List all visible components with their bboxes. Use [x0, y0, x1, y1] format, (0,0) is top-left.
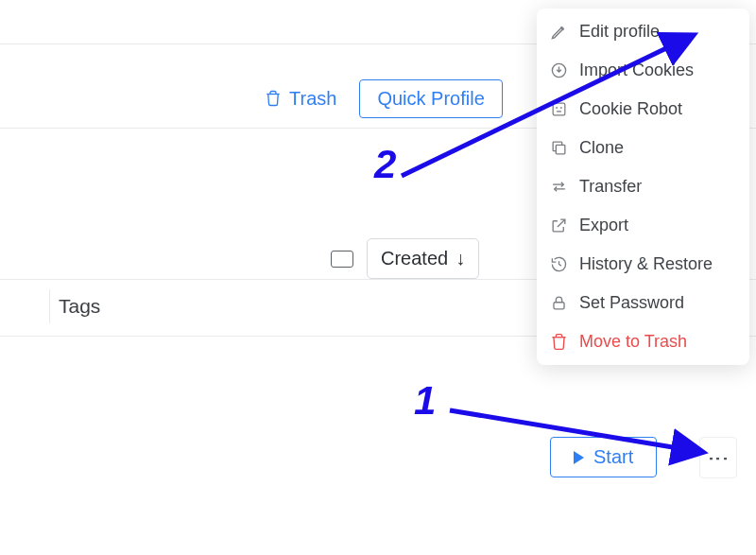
annotation-number-2: 2 [374, 142, 396, 187]
annotation-number-1: 1 [414, 378, 436, 424]
menu-cookie-robot[interactable]: Cookie Robot [537, 90, 749, 129]
svg-point-2 [556, 107, 558, 109]
more-options-button[interactable]: ⋮ [699, 437, 737, 478]
sort-created-button[interactable]: Created ↓ [367, 238, 479, 279]
menu-item-label: History & Restore [579, 254, 713, 274]
menu-history-restore[interactable]: History & Restore [537, 245, 749, 284]
menu-item-label: Transfer [579, 177, 642, 197]
menu-clone[interactable]: Clone [537, 129, 749, 167]
menu-item-label: Clone [579, 138, 624, 158]
menu-item-label: Set Password [579, 293, 684, 313]
menu-item-label: Import Cookies [579, 61, 694, 80]
keyboard-icon[interactable] [331, 251, 353, 268]
export-icon [550, 217, 568, 234]
menu-move-to-trash[interactable]: Move to Trash [537, 322, 749, 361]
trash-icon [265, 90, 282, 107]
history-icon [550, 255, 568, 273]
svg-rect-5 [554, 303, 564, 309]
sort-desc-icon: ↓ [455, 248, 465, 269]
menu-import-cookies[interactable]: Import Cookies [537, 51, 749, 90]
clone-icon [550, 139, 568, 157]
play-icon [574, 451, 584, 464]
svg-point-3 [560, 107, 562, 109]
quick-profile-button[interactable]: Quick Profile [359, 79, 502, 118]
menu-item-label: Edit profile [579, 22, 660, 42]
robot-icon [550, 100, 568, 118]
edit-icon [550, 23, 568, 41]
menu-item-label: Cookie Robot [579, 99, 682, 119]
menu-edit-profile[interactable]: Edit profile [537, 12, 749, 51]
start-button[interactable]: Start [550, 437, 657, 477]
more-vertical-icon: ⋮ [708, 448, 729, 467]
lock-icon [550, 294, 568, 312]
svg-rect-4 [556, 145, 565, 154]
sort-created-label: Created [381, 248, 448, 269]
svg-rect-1 [553, 103, 565, 115]
tags-column-header: Tags [59, 295, 100, 318]
trash-label: Trash [289, 88, 336, 110]
context-menu: Edit profile Import Cookies Cookie Robot… [537, 9, 749, 365]
transfer-icon [550, 178, 568, 196]
trash-button[interactable]: Trash [265, 88, 336, 110]
menu-set-password[interactable]: Set Password [537, 284, 749, 322]
trash-icon [550, 333, 568, 351]
menu-item-label: Move to Trash [579, 332, 687, 352]
start-label: Start [593, 446, 633, 468]
menu-export[interactable]: Export [537, 206, 749, 245]
import-icon [550, 61, 568, 79]
menu-item-label: Export [579, 216, 628, 235]
menu-transfer[interactable]: Transfer [537, 167, 749, 206]
